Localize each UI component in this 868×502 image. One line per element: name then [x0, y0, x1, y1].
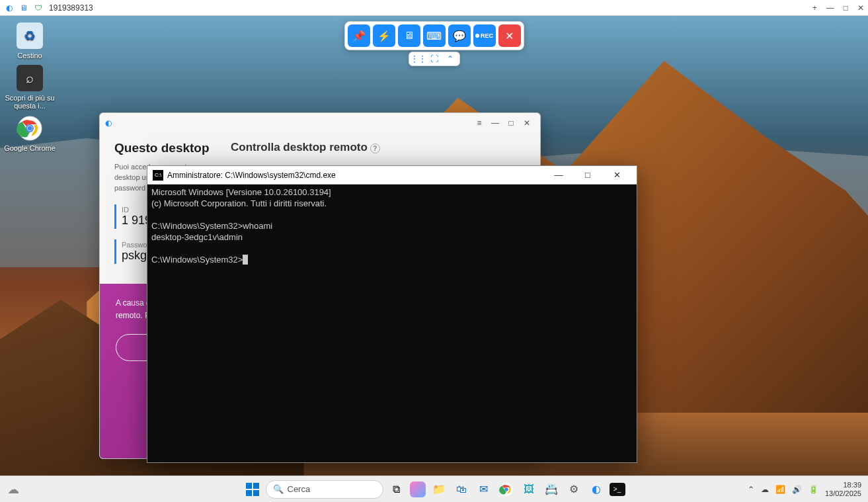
rustdesk-right-heading: Controlla desktop remoto?: [231, 141, 526, 154]
viewer-close[interactable]: ✕: [857, 3, 864, 13]
svg-rect-7: [246, 490, 252, 496]
toolbar-fullscreen-icon[interactable]: ⛶: [429, 54, 440, 64]
rustdesk-titlebar[interactable]: ◐ ≡ — □ ✕: [100, 113, 540, 133]
rustdesk-maximize-button[interactable]: □: [503, 118, 519, 128]
cmd-taskbar-icon[interactable]: >_: [610, 483, 625, 496]
tray-volume-icon[interactable]: 🔊: [792, 485, 802, 494]
chrome-label: Google Chrome: [4, 144, 56, 152]
tray-wifi-icon[interactable]: 📶: [775, 485, 785, 494]
toolbar-grid-icon[interactable]: ⋮⋮: [413, 54, 424, 64]
rustdesk-minimize-button[interactable]: —: [487, 118, 503, 128]
viewer-maximize[interactable]: □: [844, 3, 848, 13]
cmd-close-button[interactable]: ✕: [602, 170, 631, 180]
toolbar-record-button[interactable]: [473, 24, 496, 47]
search-placeholder: Cerca: [288, 484, 311, 494]
tray-battery-icon[interactable]: 🔋: [809, 485, 818, 494]
svg-rect-8: [253, 490, 259, 496]
store-icon[interactable]: 🛍: [452, 480, 471, 499]
start-button[interactable]: [243, 480, 262, 499]
rustdesk-menu-button[interactable]: ≡: [471, 118, 487, 128]
monitor-tab-icon[interactable]: 🖥: [19, 3, 29, 13]
cmd-output[interactable]: Microsoft Windows [Versione 10.0.26100.3…: [147, 185, 637, 462]
photos-icon[interactable]: 🖼: [520, 480, 538, 499]
calculator-icon[interactable]: 📇: [542, 480, 561, 499]
cmd-minimize-button[interactable]: —: [544, 170, 573, 180]
toolbar-keyboard-button[interactable]: ⌨: [423, 24, 446, 47]
viewer-titlebar: ◐ 🖥 🛡 1919389313 + — □ ✕: [0, 0, 868, 16]
tray-date: 13/02/2025: [825, 489, 861, 498]
task-view-icon[interactable]: ⧉: [387, 480, 406, 499]
tray-chevron-icon[interactable]: ⌃: [748, 485, 754, 494]
learn-more-icon[interactable]: ⌕ Scopri di più su questa i...: [4, 62, 56, 112]
svg-point-4: [28, 126, 32, 131]
cmd-icon: C:\: [153, 170, 163, 181]
rustdesk-close-button[interactable]: ✕: [519, 118, 535, 128]
taskbar-search[interactable]: 🔍 Cerca: [266, 480, 383, 499]
desktop-icons: ♻ Cestino ⌕ Scopri di più su questa i...…: [4, 20, 63, 155]
cmd-maximize-button[interactable]: □: [573, 170, 602, 180]
svg-rect-6: [253, 483, 259, 489]
toolbar-actions-button[interactable]: ⚡: [373, 24, 395, 47]
session-id-label: 1919389313: [49, 3, 93, 13]
tray-clock[interactable]: 18:39 13/02/2025: [825, 481, 861, 497]
copilot-icon[interactable]: [410, 481, 426, 497]
tray-onedrive-icon[interactable]: ☁: [761, 485, 769, 494]
cmd-titlebar[interactable]: C:\ Amministratore: C:\Windows\system32\…: [147, 166, 637, 185]
settings-icon[interactable]: ⚙: [565, 480, 583, 499]
svg-rect-5: [246, 483, 252, 489]
outlook-icon[interactable]: ✉: [475, 480, 493, 499]
remote-screen: ♻ Cestino ⌕ Scopri di più su questa i...…: [0, 16, 868, 502]
recycle-bin-icon[interactable]: ♻ Cestino: [4, 20, 56, 62]
shield-tab-icon[interactable]: 🛡: [33, 3, 44, 13]
toolbar-display-button[interactable]: 🖥: [398, 24, 420, 47]
svg-point-10: [504, 487, 508, 491]
toolbar-chat-button[interactable]: 💬: [448, 24, 471, 47]
cmd-window: C:\ Amministratore: C:\Windows\system32\…: [147, 165, 637, 463]
help-icon[interactable]: ?: [370, 144, 380, 153]
remote-toolbar-sub: ⋮⋮ ⛶ ⌃: [409, 52, 460, 66]
search-icon: 🔍: [273, 484, 284, 494]
viewer-new-tab[interactable]: +: [812, 3, 817, 13]
recycle-bin-label: Cestino: [4, 52, 56, 60]
toolbar-collapse-icon[interactable]: ⌃: [445, 54, 455, 64]
cmd-title-text: Amministratore: C:\Windows\system32\cmd.…: [167, 171, 336, 180]
rustdesk-tab-icon[interactable]: ◐: [4, 3, 15, 13]
explorer-icon[interactable]: 📁: [430, 480, 448, 499]
toolbar-close-button[interactable]: ✕: [498, 24, 521, 47]
taskbar: ☁ 🔍 Cerca ⧉ 📁 🛍 ✉ 🖼 📇 ⚙ ◐ >_ ⌃ ☁ 📶: [0, 476, 868, 502]
toolbar-pin-button[interactable]: 📌: [348, 24, 370, 47]
tray-time: 18:39: [825, 481, 861, 489]
rustdesk-taskbar-icon[interactable]: ◐: [587, 480, 606, 499]
learn-more-label: Scopri di più su questa i...: [4, 94, 56, 110]
chrome-taskbar-icon[interactable]: [497, 480, 516, 499]
rustdesk-logo-icon: ◐: [105, 118, 112, 128]
remote-toolbar: 📌 ⚡ 🖥 ⌨ 💬 ✕: [344, 21, 524, 50]
taskbar-weather-widget[interactable]: ☁: [0, 476, 26, 503]
system-tray: ⌃ ☁ 📶 🔊 🔋 18:39 13/02/2025: [741, 481, 868, 497]
rustdesk-left-heading: Questo desktop: [114, 141, 214, 155]
viewer-minimize[interactable]: —: [826, 3, 834, 13]
chrome-icon[interactable]: Google Chrome: [4, 112, 56, 155]
